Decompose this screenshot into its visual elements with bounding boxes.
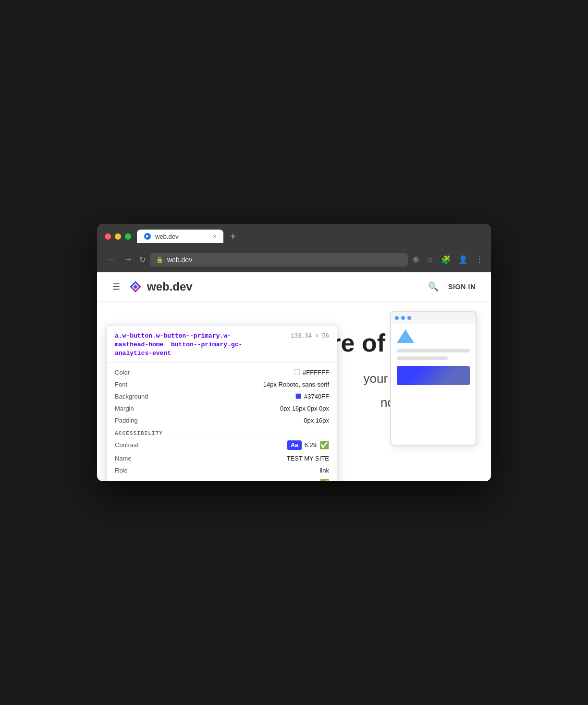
- inspector-row-padding: Padding 0px 16px: [115, 414, 329, 426]
- inspector-value-font: 14px Roboto, sans-serif: [263, 381, 329, 388]
- inspector-value-color: #FFFFFF: [294, 369, 329, 376]
- inspector-label-background: Background: [115, 393, 172, 400]
- device-line-1: [397, 349, 470, 352]
- color-swatch-blue: [295, 393, 301, 399]
- inspector-dimensions: 133.34 × 56: [291, 332, 329, 340]
- hamburger-menu-icon[interactable]: ☰: [112, 281, 120, 292]
- device-line-2: [397, 356, 448, 360]
- contrast-check-icon: ✅: [319, 440, 329, 450]
- new-tab-button[interactable]: +: [227, 231, 239, 242]
- tab-close-button[interactable]: ×: [213, 232, 217, 240]
- inspector-label-keyboard: Keyboard-focusable: [115, 480, 172, 481]
- divider-line: [167, 433, 329, 433]
- device-dot-3: [407, 316, 411, 320]
- inspector-row-role: Role link: [115, 464, 329, 476]
- inspector-selector: a.w-button.w-button--primary.w-masthead-…: [115, 332, 259, 358]
- address-text: web.dev: [167, 256, 192, 264]
- color-swatch-white: [294, 369, 300, 375]
- minimize-button[interactable]: [115, 233, 121, 240]
- traffic-lights: [105, 233, 131, 240]
- inspector-value-padding: 0px 16px: [304, 417, 329, 424]
- inspector-label-color: Color: [115, 369, 172, 376]
- inspector-row-contrast: Contrast Aa 6.29 ✅: [115, 438, 329, 452]
- title-bar: web.dev × +: [97, 224, 491, 249]
- device-dot-2: [401, 316, 405, 320]
- address-bar[interactable]: 🔒 web.dev: [150, 253, 408, 267]
- contrast-badge: Aa: [287, 440, 301, 450]
- site-header-left: ☰ web.dev: [112, 279, 193, 294]
- inspector-value-keyboard: ✅: [319, 479, 329, 481]
- inspector-popup: a.w-button.w-button--primary.w-masthead-…: [107, 326, 337, 481]
- site-header: ☰ web.dev: [97, 272, 491, 302]
- tab-favicon-icon: [144, 232, 151, 240]
- inspector-value-role: link: [319, 467, 329, 474]
- address-bar-row: ← → ↻ 🔒 web.dev ⊕ ☆ 🧩 👤 ⋮: [97, 249, 491, 272]
- device-dot-1: [395, 316, 399, 320]
- tab-bar: web.dev × +: [137, 230, 483, 243]
- logo-chevron-icon: [128, 279, 143, 294]
- inspector-header: a.w-button.w-button--primary.w-masthead-…: [107, 326, 337, 363]
- browser-window: web.dev × + ← → ↻ 🔒 web.dev ⊕ ☆ 🧩 👤 ⋮ ☰: [97, 224, 491, 481]
- device-toolbar: [391, 312, 476, 324]
- inspector-value-margin: 0px 16px 0px 0px: [280, 405, 329, 412]
- menu-icon[interactable]: ⋮: [476, 255, 483, 264]
- extensions-icon[interactable]: 🧩: [441, 255, 451, 264]
- inspector-row-font: Font 14px Roboto, sans-serif: [115, 378, 329, 390]
- device-wave: [397, 366, 470, 385]
- inspector-row-margin: Margin 0px 16px 0px 0px: [115, 402, 329, 414]
- back-button[interactable]: ←: [105, 253, 117, 267]
- zoom-icon[interactable]: ⊕: [413, 255, 419, 264]
- search-icon[interactable]: 🔍: [428, 281, 439, 292]
- bookmark-icon[interactable]: ☆: [427, 255, 433, 264]
- inspector-row-name: Name TEST MY SITE: [115, 452, 329, 464]
- web-content: ☰ web.dev: [97, 272, 491, 481]
- inspector-value-background: #3740FF: [295, 393, 329, 400]
- keyboard-check-icon: ✅: [319, 479, 329, 481]
- inspector-label-padding: Padding: [115, 417, 172, 424]
- hero-section: a.w-button.w-button--primary.w-masthead-…: [97, 302, 491, 481]
- accessibility-divider: ACCESSIBILITY: [115, 426, 329, 438]
- sign-in-button[interactable]: SIGN IN: [448, 283, 476, 291]
- device-triangle: [397, 329, 414, 343]
- tab-title: web.dev: [155, 233, 209, 240]
- device-mockup: [390, 311, 477, 446]
- browser-actions: ⊕ ☆ 🧩 👤 ⋮: [413, 255, 483, 264]
- forward-button[interactable]: →: [122, 253, 135, 267]
- hero-text-line1: re of: [331, 328, 385, 358]
- inspector-label-role: Role: [115, 467, 172, 474]
- lock-icon: 🔒: [156, 256, 163, 263]
- site-logo-text: web.dev: [147, 280, 193, 293]
- inspector-row-keyboard: Keyboard-focusable ✅: [115, 476, 329, 481]
- browser-tab[interactable]: web.dev ×: [137, 230, 223, 243]
- inspector-value-contrast: Aa 6.29 ✅: [287, 440, 329, 450]
- site-header-right: 🔍 SIGN IN: [428, 281, 476, 292]
- inspector-row-background: Background #3740FF: [115, 390, 329, 402]
- inspector-body: Color #FFFFFF Font 14px Roboto, sans-ser…: [107, 363, 337, 481]
- device-content: [391, 324, 476, 391]
- accessibility-label: ACCESSIBILITY: [115, 430, 163, 436]
- inspector-label-margin: Margin: [115, 405, 172, 412]
- inspector-row-color: Color #FFFFFF: [115, 366, 329, 378]
- inspector-label-font: Font: [115, 381, 172, 388]
- maximize-button[interactable]: [125, 233, 131, 240]
- close-button[interactable]: [105, 233, 111, 240]
- inspector-label-name: Name: [115, 455, 172, 462]
- site-logo[interactable]: web.dev: [128, 279, 193, 294]
- inspector-value-name: TEST MY SITE: [287, 455, 329, 462]
- inspector-label-contrast: Contrast: [115, 441, 172, 449]
- profile-icon[interactable]: 👤: [458, 255, 468, 264]
- reload-button[interactable]: ↻: [139, 255, 146, 264]
